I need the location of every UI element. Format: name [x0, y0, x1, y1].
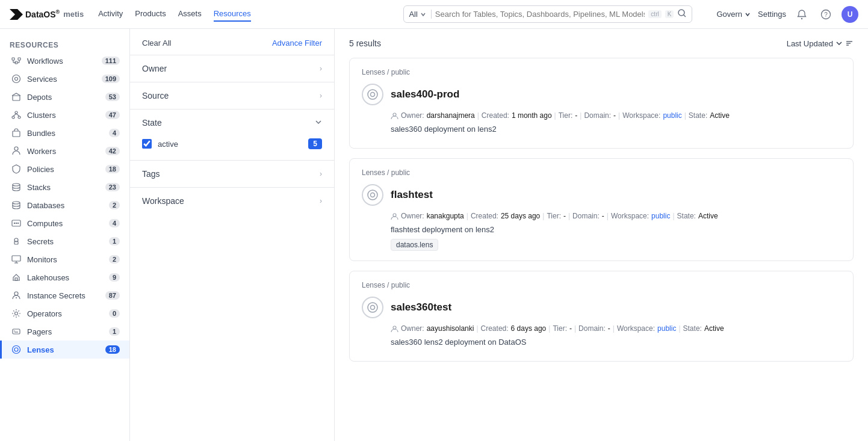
tier-key-2: Tier: — [553, 324, 567, 333]
lakehouse-icon — [11, 273, 21, 282]
cluster-icon — [11, 110, 21, 120]
policy-icon — [11, 164, 21, 174]
workspace-val-0[interactable]: public — [663, 111, 681, 120]
breadcrumb-lenses-0[interactable]: Lenses — [362, 68, 385, 76]
svg-rect-15 — [13, 96, 20, 100]
filter-owner-title: Owner — [142, 64, 167, 73]
sidebar-item-depots[interactable]: Depots 53 — [0, 88, 129, 106]
sidebar-item-databases[interactable]: Databases 2 — [0, 196, 129, 214]
result-desc-0: sales360 deployment on lens2 — [362, 125, 841, 134]
nav-products[interactable]: Products — [135, 7, 166, 22]
monitor-icon — [11, 254, 21, 264]
workspace-val-1[interactable]: public — [651, 212, 670, 220]
logo[interactable]: DataOS® metis — [10, 9, 84, 20]
svg-point-3 — [801, 17, 802, 19]
sidebar-item-stacks[interactable]: Stacks 23 — [0, 178, 129, 196]
sidebar-item-pagers[interactable]: Pagers 1 — [0, 322, 129, 341]
svg-point-49 — [393, 113, 396, 116]
filter-source-title: Source — [142, 91, 169, 100]
breadcrumb-public-1[interactable]: public — [391, 168, 410, 177]
sidebar-count-clusters: 47 — [105, 111, 120, 119]
domain-key-0: Domain: — [584, 111, 611, 120]
nav-items: Activity Products Assets Resources — [98, 7, 251, 22]
domain-val-2: - — [608, 324, 610, 333]
filter-tags-header[interactable]: Tags › — [130, 161, 334, 187]
filter-owner-header[interactable]: Owner › — [130, 55, 334, 82]
svg-rect-33 — [12, 256, 20, 261]
svg-text:?: ? — [824, 11, 828, 18]
filter-state-chevron — [315, 119, 322, 128]
workspace-key-2: Workspace: — [617, 324, 655, 333]
sidebar-label-services: Services — [27, 75, 96, 84]
state-key-2: State: — [683, 324, 702, 333]
filter-source-header[interactable]: Source › — [130, 82, 334, 109]
result-title-1[interactable]: flashtest — [391, 189, 433, 201]
breadcrumb-sep-1: / — [387, 168, 391, 177]
sidebar-item-monitors[interactable]: Monitors 2 — [0, 250, 129, 268]
result-lens-icon-0 — [362, 84, 383, 105]
search-button[interactable] — [677, 8, 687, 20]
sidebar-item-bundles[interactable]: Bundles 4 — [0, 124, 129, 142]
breadcrumb-lenses-1[interactable]: Lenses — [362, 168, 385, 177]
svg-point-13 — [13, 75, 20, 83]
sort-button[interactable]: Last Updated — [787, 39, 854, 48]
sidebar-item-policies[interactable]: Policies 18 — [0, 160, 129, 178]
nav-activity[interactable]: Activity — [98, 7, 123, 22]
filter-owner-chevron: › — [320, 64, 322, 73]
sidebar-label-lakehouses: Lakehouses — [27, 273, 103, 282]
breadcrumb-public-0[interactable]: public — [391, 68, 410, 76]
lens-circle-icon-1 — [366, 188, 379, 202]
result-title-row-1: flashtest — [362, 184, 841, 206]
sidebar-item-computes[interactable]: Computes 4 — [0, 214, 129, 232]
sidebar-item-lenses[interactable]: Lenses 18 — [0, 341, 129, 359]
sidebar-item-workflows[interactable]: Workflows 111 — [0, 52, 129, 70]
svg-marker-0 — [10, 9, 23, 20]
workspace-val-2[interactable]: public — [657, 324, 676, 333]
search-input[interactable] — [435, 10, 645, 19]
owner-val-2[interactable]: aayushisolanki — [427, 324, 474, 333]
svg-point-47 — [368, 90, 377, 99]
owner-val-1[interactable]: kanakgupta — [427, 212, 464, 220]
sidebar-item-workers[interactable]: Workers 42 — [0, 142, 129, 160]
results-count: 5 results — [349, 39, 381, 48]
tier-val-1: - — [563, 212, 566, 220]
result-title-2[interactable]: sales360test — [391, 301, 451, 313]
filter-state-header[interactable]: State — [130, 109, 334, 136]
clear-all-button[interactable]: Clear All — [142, 39, 171, 48]
filter-workspace-header[interactable]: Workspace › — [130, 188, 334, 214]
breadcrumb-public-2[interactable]: public — [391, 281, 410, 289]
owner-val-0[interactable]: darshanajmera — [427, 111, 475, 120]
nav-resources[interactable]: Resources — [214, 7, 251, 22]
settings-button[interactable]: Settings — [758, 10, 786, 19]
breadcrumb-lenses-2[interactable]: Lenses — [362, 281, 385, 289]
sidebar-item-instance-secrets[interactable]: Instance Secrets 87 — [0, 286, 129, 304]
search-type-dropdown[interactable]: All — [409, 10, 431, 19]
result-tag-0[interactable]: dataos.lens — [391, 239, 438, 251]
avatar[interactable]: U — [842, 6, 858, 23]
sidebar-item-lakehouses[interactable]: Lakehouses 9 — [0, 268, 129, 286]
tier-val-0: - — [575, 111, 577, 120]
sidebar-item-services[interactable]: Services 109 — [0, 70, 129, 88]
sidebar-item-operators[interactable]: Operators 0 — [0, 304, 129, 322]
advance-filter-button[interactable]: Advance Filter — [272, 39, 322, 48]
nav-assets[interactable]: Assets — [178, 7, 202, 22]
sidebar-item-secrets[interactable]: Secrets 1 — [0, 232, 129, 250]
secret-icon — [11, 236, 21, 246]
filter-state-title: State — [142, 118, 162, 128]
govern-dropdown[interactable]: Govern — [716, 10, 751, 19]
result-title-0[interactable]: sales400-prod — [391, 88, 459, 100]
help-button[interactable]: ? — [817, 6, 834, 23]
sidebar-label-lenses: Lenses — [27, 345, 99, 354]
svg-point-38 — [15, 312, 18, 315]
filter-checkbox-active[interactable] — [142, 139, 152, 149]
result-meta-0: Owner: darshanajmera | Created: 1 month … — [362, 111, 841, 120]
svg-rect-7 — [18, 58, 20, 60]
svg-point-14 — [15, 78, 18, 81]
filter-workspace-chevron: › — [320, 197, 322, 205]
compute-icon — [11, 218, 21, 228]
operator-icon — [11, 309, 21, 318]
sidebar-item-clusters[interactable]: Clusters 47 — [0, 106, 129, 124]
notifications-button[interactable] — [793, 6, 810, 23]
topnav: DataOS® metis Activity Products Assets R… — [0, 0, 868, 29]
svg-line-19 — [13, 114, 16, 116]
